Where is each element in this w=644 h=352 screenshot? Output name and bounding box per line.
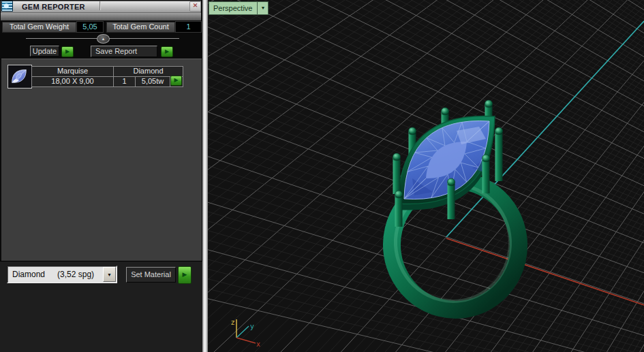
collapse-panel-toggle[interactable]: ▲: [97, 34, 110, 44]
gem-row-run-icon[interactable]: ▶: [170, 76, 182, 86]
gem-thumbnail: [7, 65, 32, 89]
total-gem-count-label: Total Gem Count: [106, 22, 175, 33]
set-material-button[interactable]: Set Material: [126, 267, 176, 283]
set-material-run-icon[interactable]: ▶: [178, 266, 191, 284]
total-gem-weight-value: 5,05: [76, 21, 104, 33]
panel-titlebar[interactable]: GEM REPORTER: [1, 1, 201, 13]
panel-title: GEM REPORTER: [22, 3, 85, 11]
view-selector[interactable]: Perspective ▼: [209, 1, 269, 15]
material-bar: Diamond (3,52 spg) ▼ Set Material ▶: [0, 261, 202, 352]
gem-reporter-icon: [1, 1, 13, 12]
gem-dimensions-cell: 18,00 X 9,00: [31, 76, 114, 87]
material-dropdown[interactable]: Diamond (3,52 spg) ▼: [7, 266, 117, 283]
scene-svg[interactable]: z y x: [208, 0, 644, 352]
gem-count-cell: 1: [113, 76, 136, 87]
gem-thumbnail-image: [8, 65, 30, 86]
dropdown-arrow-icon[interactable]: ▼: [103, 267, 116, 282]
gem-reporter-app: GEM REPORTER ✕ Total Gem Weight 5,05 Tot…: [0, 0, 644, 352]
gem-list: Marquise Diamond 18,00 X 9,00 1 5,05tw ▶: [1, 59, 202, 261]
collapse-arrow-icon: ▲: [102, 37, 106, 41]
gem-weight-cell: 5,05tw: [135, 76, 170, 87]
view-label: Perspective: [209, 2, 257, 14]
gizmo-x-label: x: [256, 340, 260, 348]
gizmo-y-label: y: [250, 323, 254, 330]
update-run-icon[interactable]: ▶: [61, 46, 74, 57]
view-dropdown-arrow-icon[interactable]: ▼: [257, 2, 268, 14]
save-report-button[interactable]: Save Report: [91, 46, 157, 57]
3d-viewport[interactable]: z y x Perspective ▼: [208, 0, 644, 352]
material-dropdown-value: Diamond: [12, 270, 45, 279]
panel-splitter[interactable]: [202, 0, 208, 352]
gizmo-z-label: z: [231, 319, 234, 326]
titlebar-divider: [99, 1, 100, 10]
material-dropdown-detail: (3,52 spg): [57, 270, 94, 279]
total-gem-weight-label: Total Gem Weight: [2, 22, 76, 33]
gem-reporter-panel: GEM REPORTER ✕ Total Gem Weight 5,05 Tot…: [0, 0, 202, 352]
update-button[interactable]: Update: [30, 46, 59, 57]
total-gem-count-value: 1: [175, 21, 202, 33]
titlebar-substrip: [1, 13, 201, 20]
gem-shape-header: Marquise: [31, 66, 114, 77]
close-icon[interactable]: ✕: [189, 1, 201, 12]
save-report-run-icon[interactable]: ▶: [161, 46, 173, 57]
